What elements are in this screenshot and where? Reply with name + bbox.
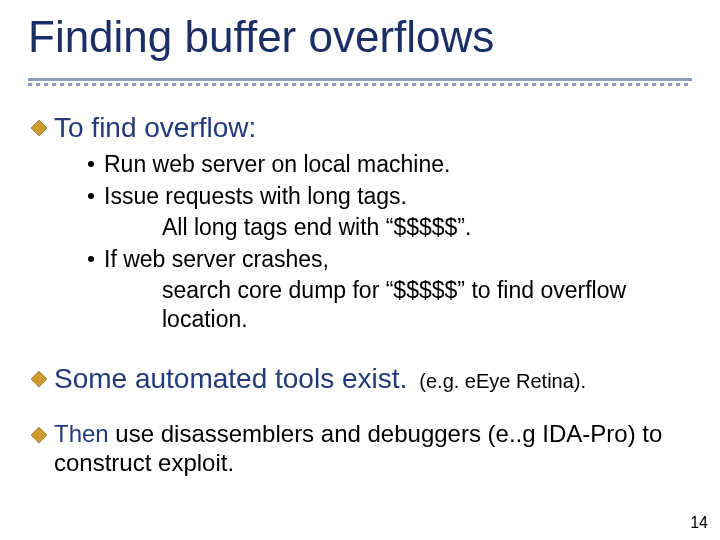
diamond-bullet-icon bbox=[30, 426, 48, 444]
sub-item-continuation: All long tags end with “$$$$$”. bbox=[162, 213, 690, 242]
svg-marker-2 bbox=[31, 427, 47, 443]
slide: Finding buffer overflows To find overflo… bbox=[0, 0, 720, 540]
sub-item-text: Issue requests with long tags. bbox=[104, 182, 407, 211]
page-number: 14 bbox=[690, 514, 708, 532]
bullet-automated-tools: Some automated tools exist. (e.g. eEye R… bbox=[30, 363, 690, 395]
sub-item-if-crashes: If web server crashes, bbox=[88, 245, 690, 274]
svg-marker-0 bbox=[31, 120, 47, 136]
dot-bullet-icon bbox=[88, 256, 94, 262]
sub-item-text: If web server crashes, bbox=[104, 245, 329, 274]
dot-bullet-icon bbox=[88, 161, 94, 167]
section1-sub-list: Run web server on local machine. Issue r… bbox=[88, 150, 690, 335]
section3-lead: Then bbox=[54, 420, 109, 447]
diamond-bullet-icon bbox=[30, 119, 48, 137]
section1-heading: To find overflow: bbox=[54, 112, 256, 144]
underline-top bbox=[28, 78, 692, 81]
underline-dashed bbox=[28, 83, 692, 86]
bullet-to-find-overflow: To find overflow: bbox=[30, 112, 690, 144]
slide-title: Finding buffer overflows bbox=[28, 14, 494, 60]
bullet-then-disassemblers: Then use disassemblers and debuggers (e.… bbox=[30, 419, 690, 478]
sub-item-continuation: search core dump for “$$$$$” to find ove… bbox=[162, 276, 690, 335]
slide-body: To find overflow: Run web server on loca… bbox=[30, 112, 690, 484]
sub-item-run-server: Run web server on local machine. bbox=[88, 150, 690, 179]
section3-rest: use disassemblers and debuggers (e..g ID… bbox=[54, 420, 662, 476]
dot-bullet-icon bbox=[88, 193, 94, 199]
diamond-bullet-icon bbox=[30, 370, 48, 388]
title-underline bbox=[28, 78, 692, 90]
sub-item-text: Run web server on local machine. bbox=[104, 150, 450, 179]
sub-item-issue-requests: Issue requests with long tags. bbox=[88, 182, 690, 211]
svg-marker-1 bbox=[31, 371, 47, 387]
section3-text: Then use disassemblers and debuggers (e.… bbox=[54, 419, 690, 478]
section2-heading: Some automated tools exist. bbox=[54, 363, 407, 395]
section2-note: (e.g. eEye Retina). bbox=[419, 370, 586, 393]
